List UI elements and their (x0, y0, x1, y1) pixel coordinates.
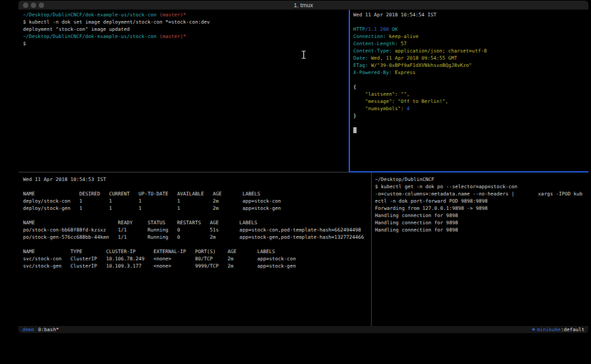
window-titlebar[interactable]: 1. tmux (18, 1, 588, 10)
window-title: 1. tmux (18, 1, 588, 9)
pane-divider-horizontal-left[interactable] (18, 172, 349, 172)
pane-bottom-right-port-forward[interactable]: ~/Desktop/DublinCNCF $ kubectl get -n do… (372, 172, 588, 327)
terminal-window: 1. tmux ~/Desktop/DublinCNCF/dok-example… (18, 1, 588, 333)
pane-divider-vertical-bottom[interactable] (371, 172, 372, 327)
kube-namespace: :default (561, 326, 584, 333)
kubernetes-helm-icon: ☸ (532, 326, 535, 333)
pane-divider-horizontal-right-active[interactable] (349, 171, 588, 172)
mouse-ibeam-cursor (301, 51, 307, 59)
pane-top-left-shell[interactable]: ~/Desktop/DublinCNCF/dok-example-us/stoc… (18, 10, 353, 172)
window-label[interactable]: 0:bash* (38, 326, 59, 333)
session-name[interactable]: demo (22, 326, 34, 333)
kube-context: minikube (537, 326, 561, 333)
tmux-terminal: ~/Desktop/DublinCNCF/dok-example-us/stoc… (18, 10, 588, 327)
pane-bottom-left-kubectl-get[interactable]: Wed 11 Apr 2018 10:54:53 IST NAME DESIRE… (18, 172, 376, 327)
tmux-status-bar: demo 0:bash* ☸ minikube :default (18, 326, 588, 333)
pane-divider-vertical-top-active[interactable] (349, 10, 350, 172)
pane-top-right-http-response[interactable]: Wed 11 Apr 2018 10:54:54 IST HTTP/1.1 20… (350, 10, 588, 172)
desktop: 1. tmux ~/Desktop/DublinCNCF/dok-example… (0, 0, 591, 364)
